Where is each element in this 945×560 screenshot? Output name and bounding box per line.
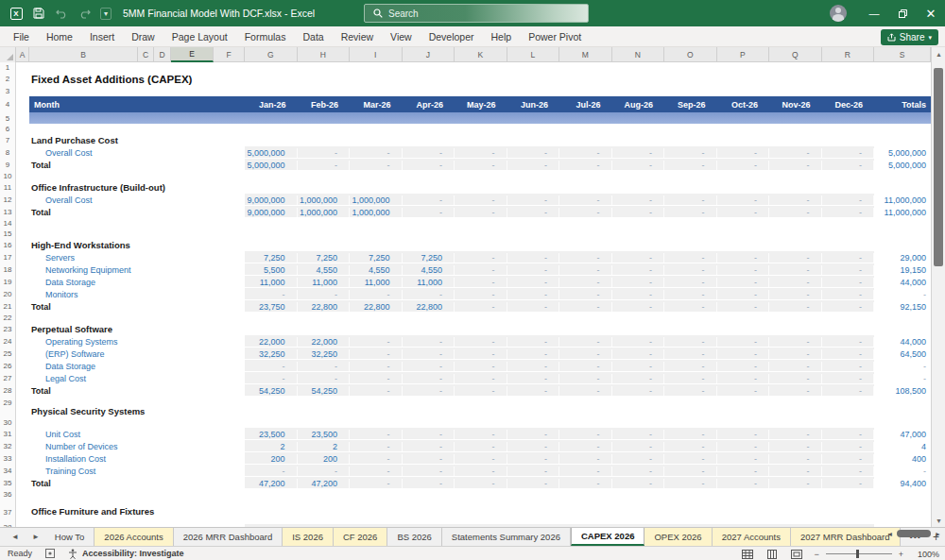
value-cell[interactable]: -	[769, 374, 822, 383]
value-cell[interactable]: -	[403, 195, 455, 205]
value-cell[interactable]: -	[455, 148, 507, 158]
value-cell[interactable]: -	[822, 195, 875, 205]
row-label-cell[interactable]: Overall Cost	[16, 195, 245, 205]
value-cell[interactable]: 32,250	[298, 349, 351, 359]
redo-icon[interactable]	[77, 7, 91, 20]
value-cell[interactable]: -	[612, 253, 665, 263]
sheet-tab-statements-summary-2026[interactable]: Statements Summary 2026	[442, 528, 571, 546]
value-cell[interactable]: -	[664, 208, 717, 217]
next-sheet-icon[interactable]: ►	[32, 533, 40, 541]
month-header-cell[interactable]: Jun-26	[507, 100, 560, 110]
value-cell[interactable]: -	[612, 374, 665, 383]
value-cell[interactable]: -	[822, 442, 875, 451]
month-header-cell[interactable]: May-26	[455, 100, 507, 110]
value-cell[interactable]: -	[717, 442, 770, 451]
value-cell[interactable]: -	[455, 386, 507, 396]
value-cell[interactable]: -	[717, 430, 770, 439]
value-cell[interactable]: -	[559, 265, 612, 275]
value-cell[interactable]: -	[455, 208, 507, 217]
value-cell[interactable]: 54,250	[245, 386, 298, 396]
value-cell[interactable]: -	[822, 290, 875, 299]
row-header[interactable]: 30	[0, 417, 16, 428]
row-header[interactable]: 16	[0, 239, 16, 251]
value-cell[interactable]: -	[822, 479, 875, 488]
row-header[interactable]: 21	[0, 300, 16, 313]
total-cell[interactable]: 47,000	[874, 430, 931, 439]
row-header[interactable]: 23	[0, 323, 16, 335]
value-cell[interactable]: -	[350, 161, 403, 170]
total-cell[interactable]: -	[874, 374, 931, 383]
value-cell[interactable]: 23,500	[298, 430, 351, 439]
value-cell[interactable]: 32,250	[245, 349, 298, 359]
value-cell[interactable]: -	[455, 374, 507, 383]
value-cell[interactable]: -	[559, 362, 612, 371]
value-cell[interactable]: -	[403, 290, 455, 299]
ribbon-tab-view[interactable]: View	[382, 26, 421, 47]
sheet-tab-bs-2026[interactable]: BS 2026	[387, 528, 441, 546]
value-cell[interactable]: -	[717, 253, 770, 263]
row-header[interactable]: 29	[0, 397, 16, 417]
value-cell[interactable]: -	[559, 386, 612, 396]
value-cell[interactable]: -	[664, 430, 717, 439]
horizontal-scrollbar[interactable]: ◄ ►	[886, 530, 941, 537]
ribbon-tab-help[interactable]: Help	[483, 26, 521, 47]
row-label-cell[interactable]: Unit Cost	[16, 430, 245, 439]
ribbon-tab-home[interactable]: Home	[38, 26, 81, 47]
column-header-K[interactable]: K	[455, 47, 507, 62]
ribbon-tab-draw[interactable]: Draw	[123, 26, 163, 47]
row-label-cell[interactable]: Total	[16, 208, 245, 217]
value-cell[interactable]: -	[822, 278, 875, 287]
value-cell[interactable]: 22,800	[298, 302, 351, 312]
value-cell[interactable]: 22,800	[403, 302, 455, 312]
value-cell[interactable]: -	[717, 265, 770, 275]
value-cell[interactable]: -	[559, 195, 612, 205]
value-cell[interactable]: -	[559, 467, 612, 476]
total-cell[interactable]: 108,500	[874, 386, 931, 396]
value-cell[interactable]: -	[507, 302, 560, 312]
column-header-R[interactable]: R	[822, 47, 875, 62]
value-cell[interactable]: -	[822, 430, 875, 439]
value-cell[interactable]: -	[559, 290, 612, 299]
column-header-I[interactable]: I	[350, 47, 403, 62]
value-cell[interactable]: 22,000	[245, 337, 298, 347]
value-cell[interactable]: -	[455, 290, 507, 299]
ribbon-tab-page-layout[interactable]: Page Layout	[163, 26, 236, 47]
value-cell[interactable]: -	[507, 479, 560, 488]
value-cell[interactable]: -	[822, 161, 875, 170]
value-cell[interactable]: -	[298, 290, 351, 299]
sheet-tab-cf-2026[interactable]: CF 2026	[334, 528, 387, 546]
row-label-cell[interactable]: Monitors	[16, 290, 245, 299]
row-header[interactable]: 28	[0, 384, 16, 397]
column-header-H[interactable]: H	[298, 47, 351, 62]
column-header-M[interactable]: M	[559, 47, 612, 62]
value-cell[interactable]: -	[717, 337, 770, 347]
value-cell[interactable]: -	[717, 362, 770, 371]
sheet-tab-opex-2026[interactable]: OPEX 2026	[644, 528, 712, 546]
row-header[interactable]: 11	[0, 181, 16, 194]
value-cell[interactable]: 23,500	[245, 430, 298, 439]
value-cell[interactable]: -	[403, 442, 455, 451]
value-cell[interactable]: -	[507, 442, 560, 451]
value-cell[interactable]: -	[717, 290, 770, 299]
value-cell[interactable]: 9,000,000	[245, 208, 298, 217]
value-cell[interactable]: -	[350, 467, 403, 476]
total-cell[interactable]: 4	[874, 442, 931, 451]
value-cell[interactable]: -	[769, 195, 822, 205]
value-cell[interactable]: -	[822, 302, 875, 312]
value-cell[interactable]: -	[717, 454, 770, 464]
section-heading[interactable]: Perpetual Software	[16, 324, 112, 334]
value-cell[interactable]: 5,000,000	[245, 148, 298, 158]
month-column-label[interactable]: Month	[29, 100, 245, 110]
accessibility-icon[interactable]	[68, 549, 77, 559]
value-cell[interactable]: 11,000	[403, 278, 455, 287]
value-cell[interactable]: -	[507, 374, 560, 383]
value-cell[interactable]: -	[612, 290, 665, 299]
row-label-cell[interactable]: Total	[16, 161, 245, 170]
value-cell[interactable]: -	[455, 467, 507, 476]
value-cell[interactable]: -	[507, 349, 560, 359]
value-cell[interactable]: -	[769, 467, 822, 476]
column-header-G[interactable]: G	[245, 47, 298, 62]
value-cell[interactable]: -	[559, 349, 612, 359]
value-cell[interactable]: 200	[245, 454, 298, 464]
value-cell[interactable]: 1,000,000	[350, 208, 403, 217]
